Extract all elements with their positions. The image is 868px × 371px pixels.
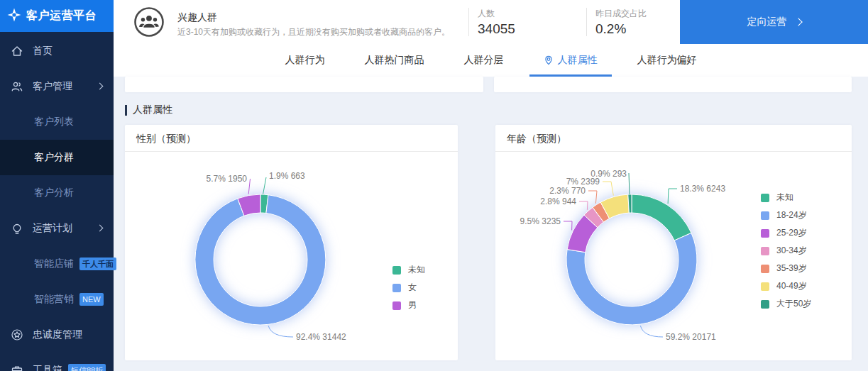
stat-value: 0.2%	[595, 21, 671, 37]
legend-label: 女	[408, 282, 417, 294]
legend-label: 未知	[776, 192, 793, 204]
pie-label-line	[268, 326, 293, 337]
sidebar-badge: 千人千面	[79, 258, 116, 270]
pinwheel-logo-icon	[6, 7, 22, 26]
sidebar-badge: NEW	[79, 293, 104, 306]
pie-label-line	[629, 173, 630, 194]
tab-2[interactable]: 人群分层	[444, 44, 524, 77]
legend-swatch	[761, 247, 769, 255]
legend-label: 30-34岁	[776, 245, 807, 257]
pie-label: 18.3% 6243	[680, 184, 725, 194]
gender-chart-card: 性别（预测） 1.9% 66392.4% 314425.7% 1950 未知女男	[125, 125, 458, 360]
tab-label: 人群属性	[558, 54, 598, 67]
partial-card	[494, 77, 852, 92]
pie-label: 59.2% 20171	[666, 332, 716, 342]
legend-swatch	[392, 284, 401, 292]
main-area: 兴趣人群 近3-10天有加购或收藏行为，且近期没有购买加购或者收藏商品的客户。 …	[114, 0, 868, 371]
section-title: 人群属性	[125, 104, 852, 116]
stat-deal-ratio: 昨日成交占比 0.2%	[586, 8, 671, 36]
group-stats: 人数 34055 昨日成交占比 0.2%	[468, 6, 671, 38]
tab-label: 人群行为偏好	[637, 54, 697, 67]
gender-chart-title: 性别（预测）	[125, 125, 458, 152]
tab-4[interactable]: 人群行为偏好	[617, 44, 717, 77]
pie-label-line	[668, 189, 677, 204]
app-logo[interactable]: 客户运营平台	[0, 0, 114, 32]
legend-label: 40-49岁	[776, 280, 807, 292]
legend-item[interactable]: 30-34岁	[761, 242, 811, 260]
chevron-right-icon	[794, 18, 802, 26]
tab-1[interactable]: 人群热门商品	[345, 44, 444, 77]
loyalty-icon	[11, 328, 23, 341]
tab-bar: 人群行为人群热门商品人群分层人群属性人群行为偏好	[114, 44, 868, 77]
legend-label: 18-24岁	[776, 209, 807, 221]
age-legend: 未知18-24岁25-29岁30-34岁35-39岁40-49岁大于50岁	[761, 189, 811, 313]
pie-label: 5.7% 1950	[207, 174, 248, 184]
targeted-operation-label: 定向运营	[747, 16, 787, 28]
pie-label-line	[603, 182, 613, 196]
charts-row: 性别（预测） 1.9% 66392.4% 314425.7% 1950 未知女男…	[125, 125, 852, 360]
pie-slice[interactable]	[195, 195, 326, 325]
legend-item[interactable]: 40-49岁	[761, 277, 811, 295]
sidebar-item-2[interactable]: 客户列表	[0, 104, 114, 140]
pie-slice[interactable]	[632, 194, 691, 240]
bulb-icon	[11, 222, 23, 235]
sidebar-item-8[interactable]: 忠诚度管理	[0, 317, 114, 353]
pie-label: 0.9% 293	[590, 169, 627, 179]
legend-label: 大于50岁	[776, 298, 811, 310]
tab-3-active[interactable]: 人群属性	[524, 44, 617, 77]
legend-item[interactable]: 大于50岁	[761, 295, 811, 313]
legend-item[interactable]: 未知	[761, 189, 811, 206]
legend-item[interactable]: 18-24岁	[761, 206, 811, 224]
pie-label: 92.4% 31442	[296, 332, 346, 342]
pie-label-line	[263, 177, 267, 194]
legend-item[interactable]: 女	[392, 279, 425, 297]
sidebar-item-4[interactable]: 客户分析	[0, 175, 114, 211]
gender-chart: 1.9% 66392.4% 314425.7% 1950 未知女男	[125, 152, 458, 360]
pie-label-line	[248, 179, 250, 194]
targeted-operation-button[interactable]: 定向运营	[680, 0, 868, 44]
pie-label: 2.8% 944	[540, 196, 576, 206]
app-root: 客户运营平台 首页客户管理客户列表客户分群客户分析运营计划智能店铺千人千面智能营…	[0, 0, 868, 371]
sidebar-item-label: 工具箱	[33, 364, 62, 371]
legend-label: 25-29岁	[776, 227, 807, 239]
tab-0[interactable]: 人群行为	[265, 44, 345, 77]
sidebar-item-7[interactable]: 智能营销NEW	[0, 282, 114, 317]
sidebar-item-0[interactable]: 首页	[0, 33, 114, 69]
section-title-bar	[125, 105, 127, 116]
pie-label-line	[564, 221, 572, 231]
sidebar-item-label: 客户分群	[34, 151, 74, 164]
sidebar-nav: 首页客户管理客户列表客户分群客户分析运营计划智能店铺千人千面智能营销NEW忠诚度…	[0, 33, 114, 371]
pin-icon	[544, 55, 554, 65]
legend-swatch	[761, 229, 769, 238]
group-header: 兴趣人群 近3-10天有加购或收藏行为，且近期没有购买加购或者收藏商品的客户。 …	[114, 0, 868, 44]
tab-label: 人群行为	[285, 54, 325, 67]
sidebar-item-6[interactable]: 智能店铺千人千面	[0, 246, 114, 282]
partial-card	[125, 77, 483, 92]
sidebar-item-label: 智能店铺	[34, 258, 74, 270]
legend-item[interactable]: 男	[392, 297, 425, 314]
legend-label: 男	[408, 299, 417, 311]
legend-swatch	[761, 300, 769, 309]
legend-item[interactable]: 25-29岁	[761, 224, 811, 242]
sidebar-item-1[interactable]: 客户管理	[0, 69, 114, 104]
legend-item[interactable]: 35-39岁	[761, 260, 811, 277]
people-group-icon	[133, 6, 165, 38]
sidebar-item-label: 客户管理	[33, 80, 72, 93]
stat-value: 34055	[478, 21, 586, 37]
sidebar-item-3-active[interactable]: 客户分群	[0, 140, 114, 175]
age-chart-card: 年龄（预测） 18.3% 624359.2% 201719.5% 32352.8…	[495, 125, 852, 360]
sidebar-item-label: 智能营销	[34, 293, 74, 306]
sidebar-item-9[interactable]: 工具箱短信88折	[0, 353, 114, 371]
app-logo-label: 客户运营平台	[26, 9, 97, 23]
sidebar-item-label: 客户列表	[34, 116, 74, 128]
legend-label: 35-39岁	[776, 262, 807, 275]
legend-item[interactable]: 未知	[392, 261, 425, 279]
previous-section-cards	[125, 77, 852, 92]
group-name: 兴趣人群	[177, 11, 468, 24]
legend-swatch	[761, 194, 769, 202]
sidebar-item-5[interactable]: 运营计划	[0, 211, 114, 246]
pie-label: 1.9% 663	[269, 171, 305, 181]
sidebar-item-label: 运营计划	[33, 222, 72, 235]
legend-swatch	[761, 211, 769, 220]
pie-slice[interactable]	[628, 194, 632, 213]
